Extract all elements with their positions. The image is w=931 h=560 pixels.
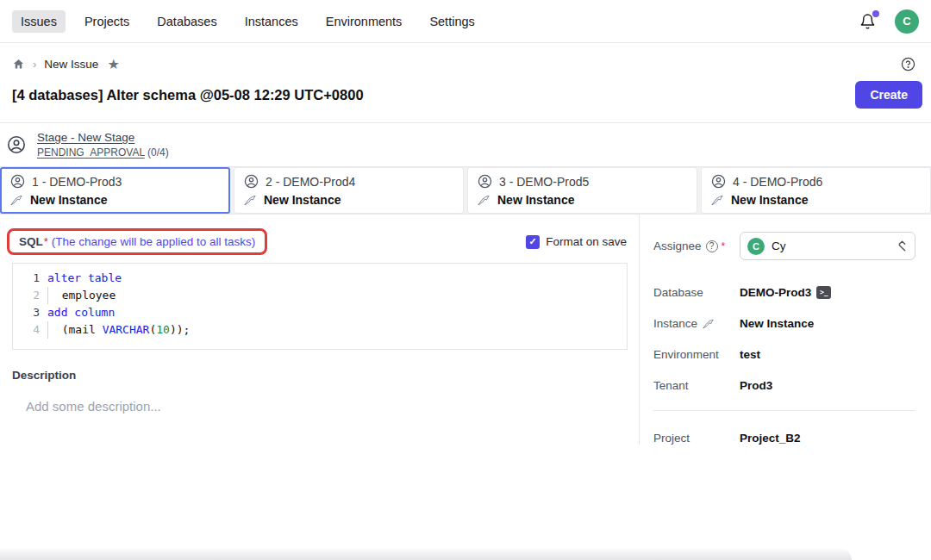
description-label: Description [12, 369, 639, 382]
home-icon[interactable] [12, 58, 25, 71]
code-line: 3add column [13, 304, 627, 321]
mysql-icon [478, 195, 490, 206]
line-number: 4 [13, 321, 47, 339]
instance-label: Instance [653, 317, 697, 330]
code-line: 1alter table [13, 270, 627, 287]
database-label: Database [653, 286, 703, 299]
breadcrumb-separator: › [33, 58, 36, 71]
field-row-instance: Instance New Instance [653, 317, 915, 330]
page-title: [4 databases] Alter schema @05-08 12:29 … [12, 87, 364, 103]
task-instance: New Instance [731, 193, 808, 207]
user-circle-icon [711, 174, 726, 189]
mysql-icon [711, 195, 724, 206]
code-line: 2 employee [13, 287, 627, 304]
task-tabs: 1 - DEMO-Prod3 New Instance 2 - DEMO-Pro [0, 167, 931, 215]
line-number: 2 [13, 287, 47, 304]
line-number: 3 [13, 304, 47, 321]
title-row: [4 databases] Alter schema @05-08 12:29 … [0, 72, 931, 122]
nav-item-databases[interactable]: Databases [148, 10, 225, 33]
code-segment: ( [149, 321, 156, 339]
user-circle-icon [244, 174, 259, 189]
stage-progress: (0/4) [145, 146, 169, 159]
mysql-icon [10, 195, 23, 206]
assignee-select[interactable]: C Cy [740, 232, 915, 260]
format-on-save-toggle[interactable]: ✓ Format on save [526, 235, 627, 249]
chevron-up-down-icon [897, 240, 908, 252]
sql-editor-terminal-icon[interactable]: >_ [816, 286, 831, 299]
code-segment: )); [170, 321, 190, 339]
code-segment: (mail [47, 321, 103, 339]
sql-editor[interactable]: 1alter table 2 employee 3add column 4 (m… [12, 263, 628, 350]
task-instance: New Instance [497, 193, 574, 207]
environment-label: Environment [653, 348, 719, 361]
stage-section: Stage - New Stage PENDING_APPROVAL (0/4) [0, 122, 931, 167]
assignee-value: Cy [772, 240, 890, 252]
code-segment: alter table [47, 270, 122, 287]
format-on-save-label: Format on save [546, 235, 627, 248]
mysql-icon [244, 195, 257, 206]
notification-dot [872, 10, 879, 17]
create-button[interactable]: Create [855, 81, 922, 109]
tenant-value: Prod3 [740, 379, 772, 392]
notification-bell-icon[interactable] [859, 13, 876, 30]
instance-value: New Instance [740, 317, 814, 330]
nav-item-projects[interactable]: Projects [76, 10, 138, 33]
stage-status-link[interactable]: PENDING_APPROVAL [37, 146, 145, 159]
project-label: Project [653, 432, 690, 445]
required-asterisk: * [44, 235, 48, 248]
field-row-project: Project Project_B2 [653, 432, 915, 445]
field-row-tenant: Tenant Prod3 [653, 379, 915, 392]
code-line: 4 (mail VARCHAR(10)); [13, 321, 627, 339]
user-circle-icon [7, 135, 26, 154]
user-circle-icon [478, 174, 492, 189]
mysql-icon [703, 319, 715, 329]
code-segment: VARCHAR [103, 321, 150, 339]
task-instance: New Instance [264, 193, 341, 207]
description-input[interactable]: Add some description... [26, 399, 639, 414]
project-value: Project_B2 [740, 432, 801, 445]
sidebar-divider [653, 410, 915, 411]
field-row-database: Database DEMO-Prod3 >_ [653, 286, 915, 299]
nav-item-issues[interactable]: Issues [12, 10, 66, 33]
task-label: 4 - DEMO-Prod6 [733, 175, 822, 189]
page: Issues Projects Databases Instances Envi… [0, 0, 931, 560]
breadcrumb-page[interactable]: New Issue [44, 58, 98, 71]
breadcrumb: › New Issue ★ [0, 43, 931, 72]
task-card-2[interactable]: 2 - DEMO-Prod4 New Instance [234, 167, 464, 214]
stage-name-link[interactable]: Stage - New Stage [37, 131, 169, 144]
task-instance: New Instance [30, 193, 107, 207]
nav-item-instances[interactable]: Instances [236, 10, 307, 33]
task-label: 3 - DEMO-Prod5 [499, 175, 589, 189]
help-icon[interactable] [901, 57, 915, 72]
content-area: SQL*(The change will be applied to all t… [0, 215, 931, 445]
nav-item-environments[interactable]: Environments [317, 10, 411, 33]
task-card-1[interactable]: 1 - DEMO-Prod3 New Instance [0, 167, 230, 214]
code-segment: 10 [156, 321, 170, 339]
sql-label-annotation-box: SQL*(The change will be applied to all t… [7, 228, 267, 255]
top-nav: Issues Projects Databases Instances Envi… [0, 0, 931, 43]
task-label: 2 - DEMO-Prod4 [266, 175, 355, 189]
user-circle-icon [10, 174, 25, 189]
bottom-sheet-edge [0, 549, 852, 560]
tenant-label: Tenant [653, 379, 689, 392]
task-card-4[interactable]: 4 - DEMO-Prod6 New Instance [701, 167, 931, 214]
assignee-avatar: C [747, 238, 765, 255]
sql-note: (The change will be applied to all tasks… [52, 235, 255, 248]
nav-item-settings[interactable]: Settings [421, 10, 483, 33]
user-avatar[interactable]: C [895, 9, 919, 34]
sql-label: SQL [19, 235, 43, 248]
task-card-3[interactable]: 3 - DEMO-Prod5 New Instance [467, 167, 697, 214]
assignee-help-icon[interactable]: ? [706, 240, 718, 252]
main-panel: SQL*(The change will be applied to all t… [0, 215, 640, 445]
code-segment: employee [47, 287, 116, 304]
assignee-label: Assignee [653, 240, 702, 252]
code-segment: add column [47, 304, 115, 321]
field-row-environment: Environment test [653, 348, 915, 361]
environment-value: test [740, 348, 760, 361]
star-icon[interactable]: ★ [107, 56, 119, 72]
line-number: 1 [13, 270, 47, 287]
format-on-save-checkbox[interactable]: ✓ [526, 235, 540, 249]
required-asterisk: * [722, 240, 726, 252]
task-label: 1 - DEMO-Prod3 [32, 175, 122, 189]
database-value: DEMO-Prod3 >_ [740, 286, 831, 299]
